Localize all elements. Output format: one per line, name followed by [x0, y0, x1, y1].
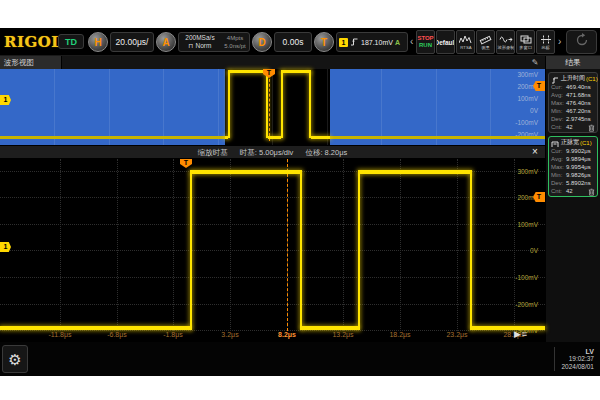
waveform-segment-ch1: [302, 326, 358, 330]
trigger-position-line: [269, 69, 270, 141]
gridline: [0, 277, 545, 278]
trigger-position-marker: T: [180, 159, 192, 168]
waveform-edge-ch1: [228, 72, 230, 138]
gridline: [0, 197, 545, 198]
waveform-segment-ch1: [330, 136, 545, 139]
gridline: [117, 159, 118, 331]
waveform-edge-ch1: [358, 174, 360, 330]
voltage-axis-label: 300mV: [517, 168, 538, 175]
waveform-edge-ch1: [470, 174, 472, 330]
waveform-edge-ch1: [309, 72, 311, 138]
waveform-layer: TT1300mV200mV100mV0V-100mV-200mV-11.8μs-…: [0, 28, 600, 376]
time-axis-label: 8.2μs: [278, 331, 296, 338]
gridline: [400, 159, 401, 331]
time-axis-label: 13.2μs: [332, 331, 353, 338]
voltage-axis-label: -100mV: [515, 274, 538, 281]
trigger-position-marker: T: [263, 69, 275, 78]
waveform-segment-ch1: [268, 136, 281, 139]
channel1-marker: 1: [0, 242, 11, 252]
gridline: [230, 159, 231, 331]
waveform-segment-ch1: [0, 326, 190, 330]
time-axis-label: -11.8μs: [49, 331, 72, 338]
time-axis-label: 23.2μs: [446, 331, 467, 338]
waveform-edge-ch1: [300, 174, 302, 330]
gridline: [0, 224, 545, 225]
waveform-segment-ch1: [0, 136, 225, 139]
gridline: [0, 304, 545, 305]
time-axis-label: 18.2μs: [389, 331, 410, 338]
waveform-segment-ch1: [358, 170, 472, 174]
waveform-segment-ch1: [190, 170, 302, 174]
time-axis-label: -1.8μs: [163, 331, 183, 338]
voltage-axis-label: 0V: [530, 107, 538, 114]
time-axis-label: -6.8μs: [107, 331, 127, 338]
voltage-axis-label: -200mV: [515, 301, 538, 308]
waveform-edge-ch1: [266, 72, 268, 138]
time-axis-label: 3.2μs: [221, 331, 238, 338]
voltage-axis-label: 0V: [530, 247, 538, 254]
channel1-marker: 1: [0, 95, 11, 105]
voltage-axis-label: 100mV: [517, 95, 538, 102]
oscilloscope-ui: RIGOL TD H 20.00μs/ A 200MSa/s ⊓ Norm 4M…: [0, 28, 600, 376]
zoom-center-line: [287, 159, 288, 331]
gridline: [457, 159, 458, 331]
gridline: [343, 159, 344, 331]
waveform-segment-ch1: [311, 136, 330, 139]
gridline: [0, 250, 545, 251]
voltage-axis-label: 300mV: [517, 71, 538, 78]
waveform-segment-ch1: [228, 70, 268, 73]
gridline: [60, 159, 61, 331]
gridline: [173, 159, 174, 331]
waveform-menu-icon[interactable]: ▶≡: [508, 328, 534, 341]
waveform-segment-ch1: [281, 70, 311, 73]
voltage-axis-label: 100mV: [517, 221, 538, 228]
oscilloscope-screenshot: RIGOL TD H 20.00μs/ A 200MSa/s ⊓ Norm 4M…: [0, 0, 600, 400]
voltage-axis-label: -100mV: [515, 119, 538, 126]
waveform-edge-ch1: [281, 72, 283, 138]
waveform-edge-ch1: [190, 174, 192, 330]
